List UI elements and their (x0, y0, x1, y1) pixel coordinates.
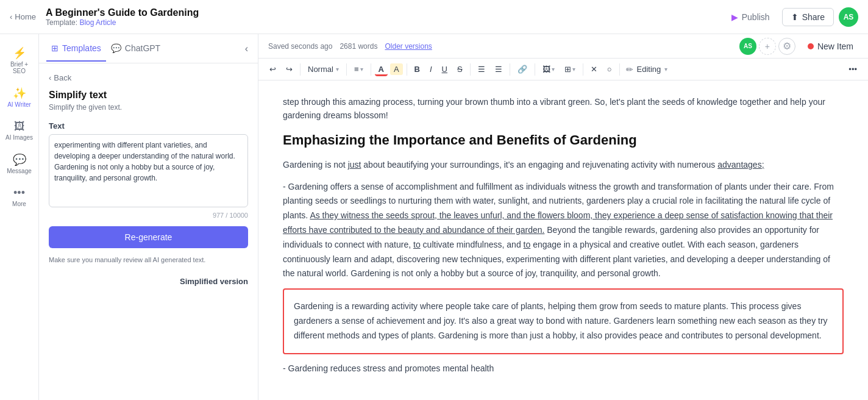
home-label: Home (15, 12, 36, 21)
to-link1: to (413, 240, 421, 249)
panel-content: ‹ Back Simplify text Simplify the given … (39, 63, 258, 400)
tab-chatgpt[interactable]: 💬 ChatGPT (106, 36, 165, 62)
simplified-text: Gardening is a rewarding activity where … (294, 301, 828, 340)
simplified-version-box: Gardening is a rewarding activity where … (283, 288, 844, 354)
toolbar-separator-3 (371, 63, 371, 76)
editor-para1: Gardening is not just about beautifying … (283, 158, 844, 173)
collaborator-avatar[interactable]: AS (739, 38, 756, 55)
italic-button[interactable]: I (426, 62, 436, 76)
avatar[interactable]: AS (839, 7, 858, 27)
share-icon: ⬆ (791, 12, 799, 22)
align-button[interactable]: ≡ ▾ (350, 62, 367, 76)
chatgpt-tab-label: ChatGPT (125, 43, 160, 53)
editing-dropdown-arrow: ▾ (664, 66, 667, 73)
editor-meta-bar: Saved seconds ago 2681 words Older versi… (258, 34, 868, 59)
editor-para3: - Gardening reduces stress and promotes … (283, 362, 844, 376)
just-underline: just (348, 160, 361, 170)
home-link[interactable]: ‹ Home (10, 12, 36, 21)
panel-collapse-button[interactable]: ‹ (243, 41, 251, 57)
toolbar-more-button[interactable]: ••• (845, 62, 861, 76)
sidebar-item-message[interactable]: 💬 Message (2, 148, 37, 179)
simplified-version-label: Simplified version (49, 277, 248, 286)
save-status: Saved seconds ago (268, 42, 332, 51)
templates-tab-label: Templates (62, 43, 101, 53)
editor-intro-text: step through this amazing process, turni… (283, 95, 844, 123)
template-prefix: Template: (46, 18, 77, 27)
share-label: Share (802, 12, 825, 22)
editing-pen-icon: ✏ (626, 65, 633, 74)
back-label: Back (54, 73, 71, 82)
style-dropdown[interactable]: Normal ▾ (304, 62, 343, 76)
toolbar-separator-2 (346, 63, 347, 76)
editor-area: Saved seconds ago 2681 words Older versi… (258, 34, 868, 400)
style-label: Normal (308, 65, 333, 74)
char-count: 977 / 10000 (49, 212, 248, 219)
header-actions: ▶ Publish ⬆ Share AS (724, 7, 858, 27)
underline-button[interactable]: U (438, 62, 451, 76)
para1-text: Gardening is not just about beautifying … (283, 160, 764, 170)
tab-templates[interactable]: ⊞ Templates (46, 36, 106, 62)
settings-button[interactable]: ⚙ (778, 38, 795, 55)
main-layout: ⚡ Brief + SEO ✨ AI Writer 🖼 AI Images 💬 … (0, 34, 868, 400)
regenerate-button[interactable]: Re-generate (49, 226, 248, 248)
editing-badge: ✏ Editing ▾ (626, 65, 668, 74)
advantages-link: advantages; (717, 160, 764, 170)
top-header: ‹ Home A Beginner's Guide to Gardening T… (0, 0, 868, 34)
redo-button[interactable]: ↪ (282, 62, 296, 76)
underline-span1: As they witness the seeds sprout, the le… (283, 210, 833, 235)
chevron-left-icon: ‹ (10, 12, 12, 21)
editor-content[interactable]: step through this amazing process, turni… (258, 80, 868, 400)
ai-images-label: AI Images (5, 134, 33, 141)
ai-writer-label: AI Writer (7, 101, 31, 108)
back-link[interactable]: ‹ Back (49, 73, 248, 82)
toolbar-separator-6 (510, 63, 510, 76)
template-link[interactable]: Blog Article (79, 18, 116, 27)
new-item-button[interactable]: New Item (803, 39, 858, 54)
editing-label: Editing (637, 65, 661, 74)
publish-icon: ▶ (731, 12, 738, 22)
text-field-label: Text (49, 121, 248, 130)
older-versions-link[interactable]: Older versions (385, 42, 432, 51)
ai-images-icon: 🖼 (14, 120, 25, 133)
template-title: Simplify text (49, 90, 248, 101)
style-dropdown-arrow: ▾ (336, 66, 339, 73)
new-item-indicator (808, 43, 814, 49)
to-link2: to (524, 240, 531, 249)
editor-toolbar: ↩ ↪ Normal ▾ ≡ ▾ A A B I U S ☰ ☰ 🔗 🖼 ▾ ⊞ (258, 59, 868, 80)
word-count: 2681 words (340, 42, 377, 51)
circle-button[interactable]: ○ (603, 62, 616, 76)
publish-button[interactable]: ▶ Publish (724, 9, 777, 26)
brief-seo-icon: ⚡ (13, 46, 26, 60)
numbered-list-button[interactable]: ☰ (491, 62, 506, 76)
sidebar-item-ai-images[interactable]: 🖼 AI Images (2, 115, 37, 146)
icon-sidebar: ⚡ Brief + SEO ✨ AI Writer 🖼 AI Images 💬 … (0, 34, 39, 400)
toolbar-separator-1 (300, 63, 301, 76)
sidebar-item-brief-seo[interactable]: ⚡ Brief + SEO (2, 41, 37, 79)
doc-title-area: A Beginner's Guide to Gardening Template… (46, 7, 724, 27)
bullet-list-button[interactable]: ☰ (474, 62, 489, 76)
chatgpt-tab-icon: 💬 (111, 43, 121, 53)
toolbar-separator-4 (407, 63, 407, 76)
link-button[interactable]: 🔗 (514, 62, 531, 76)
highlight-button[interactable]: A (390, 63, 403, 75)
panel-tabs: ⊞ Templates 💬 ChatGPT ‹ (39, 34, 258, 63)
bold-button[interactable]: B (411, 62, 424, 76)
back-chevron-icon: ‹ (49, 73, 51, 82)
message-icon: 💬 (13, 153, 26, 166)
clear-format-button[interactable]: ✕ (587, 62, 601, 76)
message-label: Message (7, 168, 32, 174)
image-button[interactable]: 🖼 ▾ (539, 62, 558, 76)
table-button[interactable]: ⊞ ▾ (561, 62, 579, 76)
sidebar-item-ai-writer[interactable]: ✨ AI Writer (2, 82, 37, 113)
editor-para2: - Gardening offers a sense of accomplish… (283, 180, 844, 282)
sidebar-item-more[interactable]: ••• More (2, 182, 37, 212)
undo-button[interactable]: ↩ (266, 62, 280, 76)
text-input[interactable]: experimenting with different plant varie… (49, 134, 248, 207)
strikethrough-button[interactable]: S (454, 62, 466, 76)
toolbar-separator-5 (470, 63, 471, 76)
add-collaborator-button[interactable]: + (759, 38, 776, 55)
text-color-button[interactable]: A (375, 62, 388, 76)
share-button[interactable]: ⬆ Share (782, 8, 834, 26)
collaborators: AS + ⚙ (739, 38, 795, 55)
panel: ⊞ Templates 💬 ChatGPT ‹ ‹ Back Simplify … (39, 34, 258, 400)
